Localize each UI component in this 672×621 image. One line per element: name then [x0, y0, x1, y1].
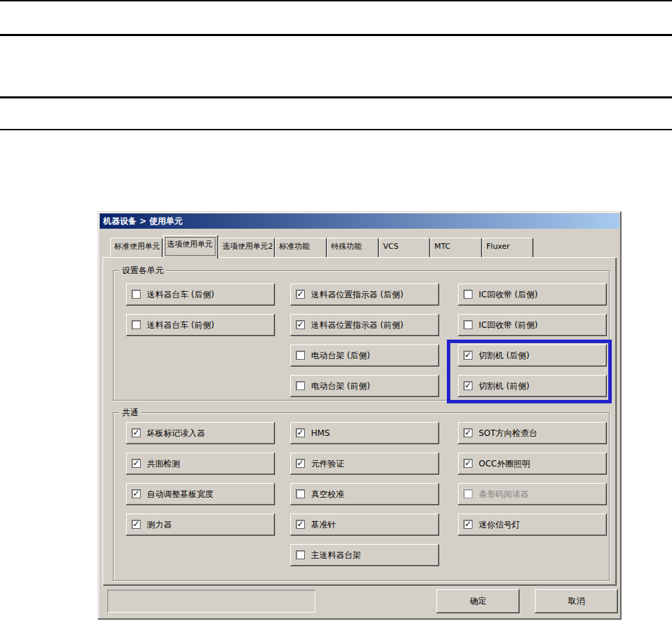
- checkbox-label: 送料器台车 (后侧): [147, 283, 272, 306]
- checkmark-icon: [132, 290, 140, 299]
- checkbox-item-cutter-front[interactable]: ✓ 切割机 (前侧): [458, 375, 607, 397]
- dialog-title-bar[interactable]: 机器设备 > 使用单元: [100, 213, 619, 229]
- checkbox[interactable]: ✓: [296, 520, 305, 529]
- checkbox-item-occ-outer-ring-lighting[interactable]: ✓ OCC外圈照明: [458, 453, 607, 475]
- dialog-title: 机器设备 > 使用单元: [103, 216, 182, 226]
- checkmark-icon: [464, 320, 472, 329]
- checkbox-item-feeder-cart-rear[interactable]: 送料器台车 (后侧): [126, 283, 275, 306]
- checkbox-item-motorized-table-front[interactable]: 电动台架 (前侧): [290, 375, 439, 397]
- checkmark-icon: ✓: [464, 520, 472, 529]
- checkbox-label: 迷你信号灯: [479, 514, 604, 536]
- checkmark-icon: [297, 489, 304, 498]
- checkbox-label: 共面检测: [147, 453, 272, 475]
- checkbox-label: IC回收带 (前侧): [479, 314, 604, 336]
- tab-option-units-2[interactable]: 选项使用单元2: [218, 238, 275, 257]
- checkbox[interactable]: ✓: [296, 320, 305, 329]
- checkbox-item-component-verification[interactable]: ✓ 元件验证: [290, 453, 439, 475]
- checkbox-label: 送料器位置指示器 (前侧): [311, 314, 436, 336]
- checkbox-item-feeder-position-indicator-front[interactable]: ✓ 送料器位置指示器 (前侧): [290, 314, 439, 336]
- checkbox[interactable]: ✓: [463, 520, 472, 529]
- checkmark-icon: ✓: [297, 428, 304, 437]
- checkbox[interactable]: [463, 320, 472, 329]
- checkbox-item-ic-collection-belt-front[interactable]: IC回收带 (前侧): [458, 314, 607, 336]
- checkmark-icon: [297, 351, 304, 360]
- checkbox[interactable]: ✓: [463, 381, 472, 390]
- group-common: 共通 ✓ 坏板标记读入器 ✓ HMS ✓ SOT方向检查台 ✓ 共面检测 ✓ 元…: [113, 412, 610, 581]
- tab-standard-functions[interactable]: 标准功能: [275, 238, 327, 257]
- checkbox-label: 切割机 (前侧): [479, 375, 604, 397]
- checkbox-label: SOT方向检查台: [479, 422, 604, 444]
- checkbox[interactable]: ✓: [296, 459, 305, 468]
- checkmark-icon: ✓: [464, 381, 472, 390]
- page-rule-thin: [0, 129, 672, 130]
- checkmark-icon: ✓: [464, 351, 472, 360]
- checkmark-icon: [464, 290, 472, 299]
- checkbox-item-feeder-cart-front[interactable]: 送料器台车 (前侧): [126, 314, 275, 336]
- checkbox-item-cutter-rear[interactable]: ✓ 切割机 (后侧): [458, 344, 607, 367]
- checkbox-label: 送料器台车 (前侧): [147, 314, 272, 336]
- checkbox-item-auto-board-width-adjust[interactable]: ✓ 自动调整基板宽度: [126, 483, 275, 505]
- checkmark-icon: ✓: [132, 459, 140, 468]
- checkbox-item-reference-pin[interactable]: ✓ 基准针: [290, 514, 439, 536]
- tab-standard-units[interactable]: 标准使用单元: [110, 238, 163, 257]
- checkbox[interactable]: [132, 290, 141, 299]
- checkbox-label: 坏板标记读入器: [147, 422, 272, 444]
- checkbox-label: 送料器位置指示器 (后侧): [311, 283, 436, 306]
- checkbox-label: 电动台架 (后侧): [311, 344, 436, 367]
- checkbox[interactable]: [296, 550, 305, 559]
- page-rule-top: [0, 0, 672, 1]
- cancel-button[interactable]: 取消: [535, 589, 618, 613]
- checkmark-icon: ✓: [464, 428, 472, 437]
- checkbox-label: HMS: [311, 422, 436, 444]
- checkbox-label: IC回收带 (后侧): [479, 283, 604, 306]
- checkbox[interactable]: [132, 320, 141, 329]
- tab-mtc[interactable]: MTC: [430, 238, 482, 257]
- tab-option-units[interactable]: 选项使用单元: [163, 235, 218, 259]
- tab-special-functions[interactable]: 特殊功能: [327, 238, 379, 257]
- checkbox[interactable]: ✓: [296, 428, 305, 437]
- checkbox-label: OCC外圈照明: [479, 453, 604, 475]
- checkbox-item-bad-board-mark-reader[interactable]: ✓ 坏板标记读入器: [126, 422, 275, 444]
- checkbox[interactable]: ✓: [132, 520, 141, 529]
- checkbox-item-feeder-position-indicator-rear[interactable]: ✓ 送料器位置指示器 (后侧): [290, 283, 439, 306]
- checkbox-label: 条形码阅读器: [479, 483, 604, 505]
- checkmark-icon: ✓: [132, 489, 140, 498]
- checkbox-item-motorized-table-rear[interactable]: 电动台架 (后侧): [290, 344, 439, 367]
- checkbox-label: 测力器: [147, 514, 272, 536]
- group-set-units-label: 设置各单元: [119, 265, 166, 275]
- checkbox[interactable]: ✓: [132, 489, 141, 498]
- checkbox[interactable]: [296, 381, 305, 390]
- checkbox[interactable]: ✓: [296, 290, 305, 299]
- checkbox-item-mini-signal-light[interactable]: ✓ 迷你信号灯: [458, 514, 607, 536]
- status-field: [107, 590, 315, 613]
- manual-page: 机器设备 > 使用单元 标准使用单元 选项使用单元 选项使用单元2 标准功能 特…: [0, 0, 672, 621]
- checkbox-item-hms[interactable]: ✓ HMS: [290, 422, 439, 444]
- checkbox[interactable]: ✓: [132, 459, 141, 468]
- checkmark-icon: [464, 489, 472, 498]
- checkbox-label: 切割机 (后侧): [479, 344, 604, 367]
- checkbox-item-coplanarity-check[interactable]: ✓ 共面检测: [126, 453, 275, 475]
- checkmark-icon: [132, 320, 140, 329]
- checkbox[interactable]: ✓: [463, 459, 472, 468]
- checkbox-item-sot-direction-check-stage[interactable]: ✓ SOT方向检查台: [458, 422, 607, 444]
- checkbox[interactable]: [463, 290, 472, 299]
- checkbox[interactable]: ✓: [463, 428, 472, 437]
- group-common-label: 共通: [119, 408, 141, 417]
- page-rule-thick-2: [0, 96, 672, 98]
- ok-button[interactable]: 确定: [436, 589, 520, 613]
- checkmark-icon: ✓: [464, 459, 472, 468]
- checkbox[interactable]: [296, 489, 305, 498]
- checkbox-item-vacuum-calibration[interactable]: 真空校准: [290, 483, 439, 505]
- tab-vcs[interactable]: VCS: [379, 238, 430, 257]
- checkbox-item-force-gauge[interactable]: ✓ 测力器: [126, 514, 275, 536]
- checkbox-item-main-feeder-base[interactable]: 主送料器台架: [290, 544, 439, 566]
- checkbox-label: 电动台架 (前侧): [311, 375, 436, 397]
- group-set-units: 设置各单元 送料器台车 (后侧) ✓ 送料器位置指示器 (后侧) IC回收带 (…: [113, 270, 610, 401]
- checkmark-icon: ✓: [297, 520, 304, 529]
- checkbox-item-ic-collection-belt-rear[interactable]: IC回收带 (后侧): [458, 283, 607, 306]
- checkbox[interactable]: ✓: [463, 351, 472, 360]
- checkbox[interactable]: ✓: [132, 428, 141, 437]
- checkmark-icon: [297, 381, 304, 390]
- tab-fluxer[interactable]: Fluxer: [482, 238, 533, 257]
- checkbox[interactable]: [296, 351, 305, 360]
